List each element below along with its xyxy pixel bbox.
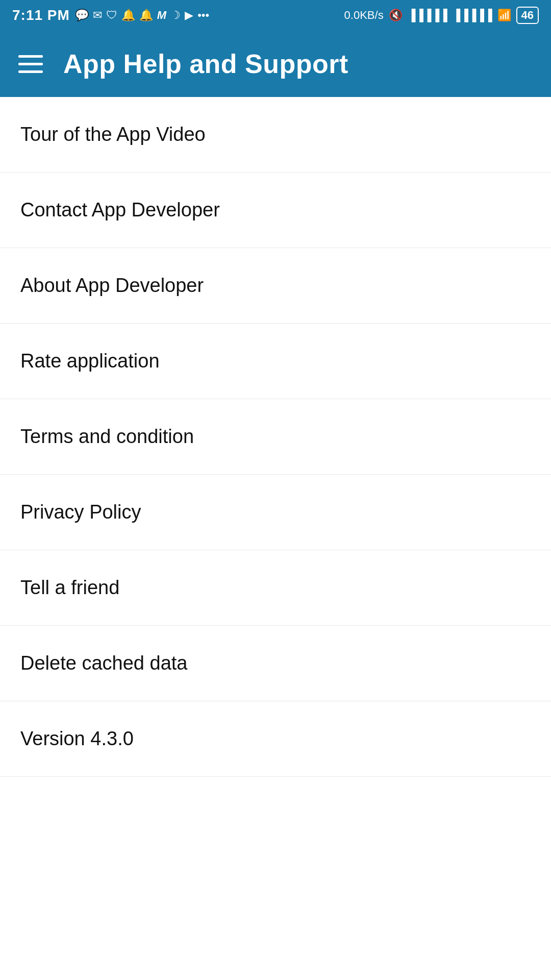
more-icon: ••• [197,9,209,22]
page-title: App Help and Support [63,48,348,79]
menu-item-label-privacy-policy: Privacy Policy [20,501,141,523]
hamburger-menu-button[interactable] [18,55,43,73]
shield-icon: 🛡 [106,9,117,22]
email-icon: ✉ [93,9,102,22]
battery-level: 46 [516,7,539,24]
status-bar: 7:11 PM 💬 ✉ 🛡 🔔 🔔 M ☽ ▶ ••• 0.0KB/s 🔇 ▐▐… [0,0,551,31]
play-icon: ▶ [185,9,193,22]
notification-bell-icon: 🔔 [121,9,135,22]
status-bar-right: 0.0KB/s 🔇 ▐▐▐▐▐ ▐▐▐▐▐ 📶 46 [344,7,539,24]
signal-bars-2-icon: ▐▐▐▐▐ [453,9,492,22]
menu-item-version[interactable]: Version 4.3.0 [0,701,551,777]
menu-item-label-tour-video: Tour of the App Video [20,124,206,145]
network-speed: 0.0KB/s [344,9,384,22]
menu-item-rate-application[interactable]: Rate application [0,324,551,399]
signal-bars-1-icon: ▐▐▐▐▐ [408,9,447,22]
menu-item-label-delete-cached-data: Delete cached data [20,652,187,674]
notification-bell2-icon: 🔔 [139,9,153,22]
menu-item-label-rate-application: Rate application [20,350,160,372]
menu-item-about-developer[interactable]: About App Developer [0,248,551,324]
menu-item-tell-friend[interactable]: Tell a friend [0,550,551,626]
m-icon: M [157,9,166,22]
menu-item-privacy-policy[interactable]: Privacy Policy [0,475,551,550]
menu-item-contact-developer[interactable]: Contact App Developer [0,173,551,248]
menu-item-tour-video[interactable]: Tour of the App Video [0,97,551,173]
menu-list: Tour of the App VideoContact App Develop… [0,97,551,777]
wifi-icon: 📶 [497,9,511,22]
hamburger-line-3 [18,70,43,73]
hamburger-line-1 [18,55,43,58]
whatsapp-icon: 💬 [75,9,89,22]
menu-item-terms-condition[interactable]: Terms and condition [0,399,551,475]
status-bar-left: 7:11 PM 💬 ✉ 🛡 🔔 🔔 M ☽ ▶ ••• [12,7,209,23]
menu-item-label-about-developer: About App Developer [20,275,204,297]
menu-item-label-contact-developer: Contact App Developer [20,199,220,221]
menu-item-label-version: Version 4.3.0 [20,728,134,750]
app-header: App Help and Support [0,31,551,97]
moon-icon: ☽ [170,9,181,22]
status-icons: 💬 ✉ 🛡 🔔 🔔 M ☽ ▶ ••• [75,9,209,22]
menu-item-label-terms-condition: Terms and condition [20,426,194,448]
menu-item-delete-cached-data[interactable]: Delete cached data [0,626,551,701]
status-time: 7:11 PM [12,7,70,23]
menu-item-label-tell-friend: Tell a friend [20,577,119,599]
hamburger-line-2 [18,63,43,65]
signal-mute-icon: 🔇 [389,9,403,22]
